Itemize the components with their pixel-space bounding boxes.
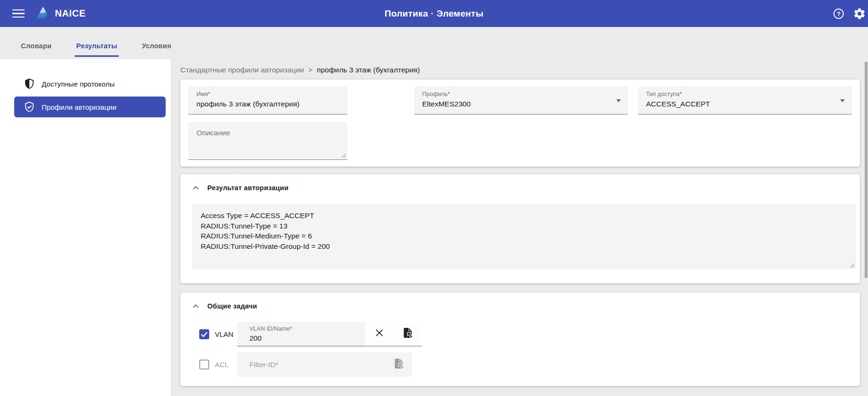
section-title: Результат авторизации: [207, 184, 289, 192]
access-type-select-label: Тип доступа: [646, 91, 680, 97]
sidebar-item-label: Доступные протоколы: [42, 80, 115, 88]
tab-results[interactable]: Результаты: [75, 42, 119, 57]
triangle-logo-icon: [36, 6, 50, 21]
sidebar-item-available-protocols[interactable]: Доступные протоколы: [14, 73, 166, 94]
close-icon: [374, 327, 385, 340]
vlan-checkbox-label: VLAN: [215, 330, 237, 338]
page-title: Политика · Элементы: [385, 9, 484, 19]
name-field: Имя*: [188, 87, 347, 114]
access-type-select[interactable]: Тип доступа* ACCESS_ACCEPT: [638, 87, 852, 114]
scrollbar-thumb[interactable]: [865, 62, 868, 278]
tab-bar: Словари Результаты Условия: [0, 27, 868, 59]
required-asterisk: *: [208, 91, 210, 97]
common-tasks-card: Общие задачи VLAN VLAN ID/Name*: [180, 292, 860, 386]
breadcrumb: Стандартные профили авторизации>профиль …: [180, 66, 860, 74]
tab-dictionaries[interactable]: Словари: [19, 42, 53, 57]
app-header: NAICE Политика · Элементы ?: [0, 0, 868, 27]
chevron-up-icon[interactable]: [192, 302, 199, 310]
sidebar: Доступные протоколы Профили авторизации: [0, 59, 171, 396]
filter-id-placeholder: Filter-ID*: [249, 361, 393, 369]
resize-handle-icon[interactable]: [850, 263, 855, 268]
acl-checkbox[interactable]: [199, 360, 209, 370]
file-select-icon-disabled: [393, 358, 405, 371]
common-tasks-section-header[interactable]: Общие задачи: [192, 302, 856, 310]
sidebar-item-label: Профили авторизации: [42, 103, 116, 111]
clear-button[interactable]: [365, 322, 393, 346]
help-icon[interactable]: ?: [832, 7, 845, 20]
breadcrumb-current: профиль 3 этаж (бухгалтерия): [317, 66, 420, 74]
breadcrumb-separator: >: [308, 66, 312, 74]
sidebar-item-authorization-profiles[interactable]: Профили авторизации: [14, 97, 166, 117]
app-name: NAICE: [55, 8, 86, 19]
section-title: Общие задачи: [207, 302, 257, 310]
name-input[interactable]: [196, 100, 338, 108]
profile-select-label: Профиль: [422, 91, 448, 97]
vlan-id-input-area: VLAN ID/Name*: [237, 322, 365, 346]
vlan-id-field-label: VLAN ID/Name: [249, 326, 290, 332]
acl-task-row: ACL Filter-ID*: [199, 352, 856, 377]
menu-icon[interactable]: [12, 9, 25, 18]
profile-select-value: EltexMES2300: [422, 100, 616, 108]
access-type-select-value: ACCESS_ACCEPT: [646, 100, 840, 108]
authorization-result-section-header[interactable]: Результат авторизации: [192, 184, 856, 192]
tab-conditions[interactable]: Условия: [141, 42, 173, 57]
vlan-id-input[interactable]: [249, 334, 358, 343]
select-from-dictionary-button[interactable]: [393, 322, 422, 346]
breadcrumb-parent[interactable]: Стандартные профили авторизации: [180, 66, 304, 74]
profile-form-card: Имя* Профиль* EltexMES2300 Тип доступа* …: [180, 79, 860, 167]
description-field: [188, 122, 347, 160]
vlan-id-field: VLAN ID/Name*: [237, 322, 422, 346]
chevron-down-icon: [840, 99, 845, 102]
settings-gear-icon[interactable]: [853, 7, 866, 20]
required-asterisk: *: [680, 91, 682, 97]
acl-checkbox-label: ACL: [215, 361, 237, 369]
required-asterisk: *: [290, 326, 292, 332]
name-field-label: Имя: [196, 91, 208, 97]
chevron-down-icon: [616, 99, 621, 102]
vlan-checkbox[interactable]: [199, 329, 209, 339]
resize-handle-icon[interactable]: [341, 153, 346, 158]
file-select-icon: [402, 327, 414, 341]
authorization-result-card: Результат авторизации Access Type = ACCE…: [180, 174, 860, 283]
authorization-result-textarea[interactable]: Access Type = ACCESS_ACCEPT RADIUS:Tunne…: [192, 204, 856, 269]
profile-select[interactable]: Профиль* EltexMES2300: [414, 87, 628, 114]
svg-text:?: ?: [837, 10, 841, 17]
main-content: Стандартные профили авторизации>профиль …: [171, 59, 868, 396]
description-textarea[interactable]: [188, 122, 347, 159]
app-logo: [36, 6, 50, 21]
chevron-up-icon[interactable]: [192, 184, 199, 192]
shield-check-icon: [24, 101, 35, 113]
required-asterisk: *: [448, 91, 450, 97]
filter-id-field: Filter-ID*: [237, 352, 412, 377]
vlan-task-row: VLAN VLAN ID/Name*: [199, 322, 856, 346]
authorization-result-field: Access Type = ACCESS_ACCEPT RADIUS:Tunne…: [192, 204, 856, 269]
shield-half-icon: [24, 78, 35, 89]
scrollbar-track: [864, 60, 868, 396]
